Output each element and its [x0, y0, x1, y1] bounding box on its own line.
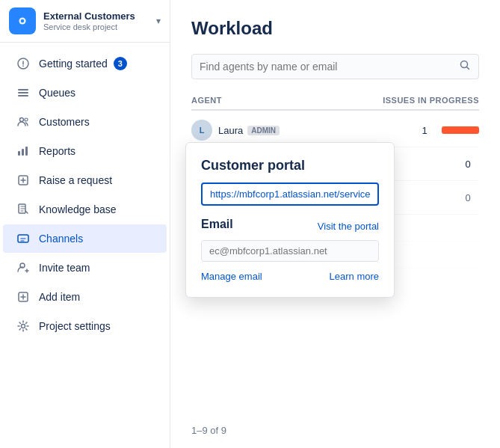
- sidebar-item-label: Raise a request: [39, 174, 112, 186]
- table-header: Agent Issues in progress: [191, 91, 479, 111]
- sidebar-item-knowledge-base[interactable]: Knowledge base: [3, 195, 167, 224]
- issue-count: 1: [413, 125, 436, 136]
- search-icon: [459, 59, 471, 74]
- search-bar[interactable]: [191, 54, 479, 79]
- svg-point-8: [25, 118, 28, 121]
- sidebar: External Customers Service desk project …: [0, 0, 170, 448]
- issue-count: 0: [457, 159, 479, 170]
- col-agent: Agent: [191, 96, 222, 105]
- sidebar-item-project-settings[interactable]: Project settings: [3, 312, 167, 340]
- project-settings-icon: [15, 318, 31, 334]
- reports-icon: [15, 143, 31, 159]
- knowledge-base-icon: [15, 201, 31, 218]
- chevron-down-icon: ▾: [156, 16, 161, 26]
- avatar: L: [191, 120, 212, 141]
- sidebar-item-raise-request[interactable]: Raise a request: [3, 166, 167, 194]
- popup-email-header: Email Visit the portal: [201, 218, 379, 234]
- main-content: Workload Agent Issues in progress L Laur…: [170, 0, 500, 448]
- popup-footer: Manage email Learn more: [201, 271, 379, 282]
- sidebar-nav: Getting started 3 Queues Customers Repor…: [0, 43, 170, 448]
- svg-point-17: [22, 325, 25, 328]
- sidebar-header[interactable]: External Customers Service desk project …: [0, 0, 170, 43]
- sidebar-item-channels[interactable]: Channels: [3, 224, 167, 253]
- nav-badge: 3: [114, 57, 127, 70]
- svg-rect-9: [18, 151, 20, 156]
- agent-name: Laura: [218, 125, 243, 136]
- channels-icon: [15, 230, 31, 247]
- page-title: Workload: [191, 18, 479, 39]
- popup-email-input[interactable]: [201, 240, 379, 262]
- customers-icon: [15, 114, 31, 130]
- customer-portal-popup: Customer portal Email Visit the portal M…: [185, 142, 395, 298]
- sidebar-item-label: Add item: [39, 291, 80, 303]
- sidebar-item-getting-started[interactable]: Getting started 3: [3, 49, 167, 78]
- sidebar-item-customers[interactable]: Customers: [3, 108, 167, 136]
- sidebar-item-add-item[interactable]: Add item: [3, 283, 167, 311]
- svg-point-2: [21, 19, 25, 23]
- portal-url-input[interactable]: [201, 182, 379, 206]
- svg-rect-4: [18, 89, 28, 90]
- sidebar-item-label: Knowledge base: [39, 203, 117, 215]
- issue-count: 0: [457, 192, 479, 203]
- svg-rect-6: [18, 95, 28, 96]
- col-issues: Issues in progress: [383, 96, 479, 105]
- admin-badge: ADMIN: [247, 126, 280, 135]
- sidebar-logo: [9, 7, 36, 34]
- sidebar-item-label: Channels: [39, 233, 83, 245]
- popup-email-label: Email: [201, 218, 233, 231]
- invite-team-icon: [15, 260, 31, 276]
- sidebar-item-label: Customers: [39, 116, 90, 128]
- sidebar-item-reports[interactable]: Reports: [3, 137, 167, 165]
- sidebar-item-queues[interactable]: Queues: [3, 79, 167, 107]
- learn-more-link[interactable]: Learn more: [330, 271, 379, 282]
- sidebar-item-label: Project settings: [39, 320, 111, 332]
- project-name: External Customers: [43, 10, 156, 22]
- svg-point-7: [20, 118, 24, 122]
- svg-rect-10: [22, 149, 24, 156]
- popup-title: Customer portal: [201, 158, 379, 174]
- visit-portal-link[interactable]: Visit the portal: [318, 221, 379, 232]
- agent-info: L Laura ADMIN: [191, 120, 413, 141]
- sidebar-item-label: Invite team: [39, 262, 90, 274]
- project-subtitle: Service desk project: [43, 22, 156, 31]
- sidebar-item-label: Reports: [39, 145, 75, 157]
- sidebar-item-invite-team[interactable]: Invite team: [3, 254, 167, 282]
- raise-request-icon: [15, 172, 31, 188]
- svg-rect-5: [18, 92, 28, 93]
- manage-email-link[interactable]: Manage email: [201, 271, 262, 282]
- sidebar-project-info: External Customers Service desk project: [43, 10, 156, 31]
- svg-rect-11: [25, 147, 28, 156]
- pagination: 1–9 of 9: [191, 425, 226, 436]
- sidebar-item-label: Getting started: [39, 58, 108, 70]
- queues-icon: [15, 85, 31, 101]
- search-input[interactable]: [200, 61, 459, 73]
- getting-started-icon: [15, 55, 31, 72]
- progress-bar: [442, 126, 479, 134]
- add-item-icon: [15, 289, 31, 305]
- sidebar-item-label: Queues: [39, 87, 75, 99]
